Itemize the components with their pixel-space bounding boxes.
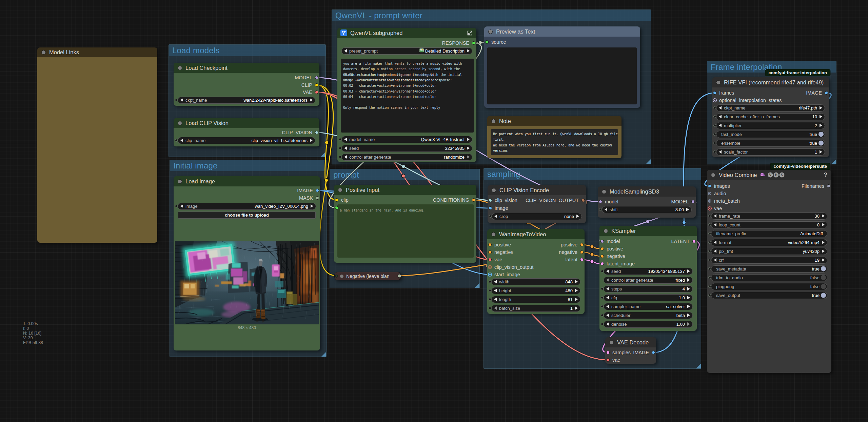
widget-shift-model_sampling[interactable]: shift8.00 xyxy=(602,206,692,213)
widget-save_output-video_combine[interactable]: save_outputtrue xyxy=(711,292,827,299)
widget-arrow-left[interactable] xyxy=(180,98,183,102)
group-title-initial_image[interactable]: Initial image xyxy=(170,160,326,171)
widget-crf-video_combine[interactable]: crf19 xyxy=(711,257,827,264)
widget-arrow-right[interactable] xyxy=(687,296,690,299)
input-socket-latent_image-ksampler[interactable] xyxy=(600,262,604,265)
widget-arrow-left[interactable] xyxy=(714,249,716,253)
widget-seed-ksampler[interactable]: seed192054346835137 xyxy=(604,268,693,275)
widget-preset_prompt-qwenvl[interactable]: preset_promptDetailed Description xyxy=(341,47,472,55)
widget-arrow-right[interactable] xyxy=(687,314,690,317)
widget-width-wan_i2v[interactable]: width848 xyxy=(491,278,580,285)
widget-arrow-left[interactable] xyxy=(344,155,347,159)
output-socket-MASK-load_image[interactable] xyxy=(316,196,319,200)
group-resize-handle[interactable] xyxy=(321,352,326,357)
node-titlebar-vae_decode[interactable]: VAE Decode xyxy=(605,337,656,347)
widget-scheduler-ksampler[interactable]: schedulerbeta xyxy=(604,312,693,319)
widget-filename_prefix-video_combine[interactable]: filename_prefixAnimateDiff xyxy=(711,230,827,237)
input-socket-clip-positive_input[interactable] xyxy=(335,198,338,202)
group-title-qwenvl_group[interactable]: QwenVL - prompt writer xyxy=(332,10,651,21)
node-titlebar-load_checkpoint[interactable]: Load Checkpoint xyxy=(174,63,319,73)
widget-arrow-left[interactable] xyxy=(606,287,609,290)
widget-arrow-right[interactable] xyxy=(820,124,822,127)
widget-arrow-right[interactable] xyxy=(575,306,578,310)
widget-arrow-right[interactable] xyxy=(687,278,690,282)
widget-arrow-left[interactable] xyxy=(719,115,722,118)
widget-arrow-right[interactable] xyxy=(822,249,825,253)
widget-scale_factor-rife_vfi[interactable]: scale_factor1 xyxy=(716,148,825,156)
widget-arrow-left[interactable] xyxy=(344,146,347,150)
widget-arrow-left[interactable] xyxy=(606,269,609,273)
input-socket-negative-wan_i2v[interactable] xyxy=(488,250,492,254)
widget-save_metadata-video_combine[interactable]: save_metadatatrue xyxy=(711,265,827,273)
node-titlebar-model_links[interactable]: Model Links xyxy=(37,47,157,57)
widget-arrow-right[interactable] xyxy=(310,139,313,142)
widget-multiplier-rife_vfi[interactable]: multiplier2 xyxy=(716,122,825,129)
input-socket-model-model_sampling[interactable] xyxy=(599,200,602,203)
widget-arrow-right[interactable] xyxy=(687,305,690,308)
widget-cfg-ksampler[interactable]: cfg1.0 xyxy=(604,294,693,301)
output-socket-positive-wan_i2v[interactable] xyxy=(580,243,584,246)
toggle-knob[interactable] xyxy=(821,266,826,272)
node-titlebar-rife_vfi[interactable]: RIFE VFI (recommend rife47 and rife49) xyxy=(712,77,829,87)
widget-pix_fmt-video_combine[interactable]: pix_fmtyuv420p xyxy=(711,248,827,255)
group-resize-handle[interactable] xyxy=(831,159,836,164)
expand-subgraph-icon[interactable] xyxy=(467,30,473,36)
widget-height-wan_i2v[interactable]: height480 xyxy=(491,287,580,294)
widget-arrow-left[interactable] xyxy=(494,280,497,283)
widget-arrow-right[interactable] xyxy=(820,115,822,118)
widget-arrow-right[interactable] xyxy=(686,208,689,211)
textarea-note[interactable]: Be patient when you first run it. QwenVL… xyxy=(491,129,618,155)
input-socket-positive-wan_i2v[interactable] xyxy=(488,243,492,246)
group-title-sampling[interactable]: sampling xyxy=(484,168,701,180)
widget-arrow-right[interactable] xyxy=(467,146,470,150)
widget-button-choose-file-to-upload[interactable]: choose file to upload xyxy=(178,212,316,219)
node-titlebar-clip_vision_encode[interactable]: CLIP Vision Encode xyxy=(488,185,586,195)
input-socket-negative-ksampler[interactable] xyxy=(600,255,604,258)
help-icon[interactable]: ? xyxy=(824,172,827,178)
textarea-qwenvl[interactable]: you are a film maker that wants to creat… xyxy=(341,59,474,133)
widget-arrow-right[interactable] xyxy=(311,204,313,208)
widget-model_name-qwenvl[interactable]: model_nameQwen3-VL-4B-Instruct xyxy=(341,136,472,143)
group-resize-handle[interactable] xyxy=(696,364,701,368)
widget-arrow-right[interactable] xyxy=(467,155,470,159)
toggle-knob[interactable] xyxy=(821,293,826,298)
widget-arrow-left[interactable] xyxy=(494,298,497,301)
widget-format-video_combine[interactable]: formatvideo/h264-mp4 xyxy=(711,239,827,246)
textarea-positive_input[interactable]: a man standing in the rain. And is danci… xyxy=(337,204,474,258)
input-socket-clip_vision_output-wan_i2v[interactable] xyxy=(488,265,492,269)
widget-ckpt_name-rife_vfi[interactable]: ckpt_namerife47.pth xyxy=(716,104,825,112)
widget-arrow-left[interactable] xyxy=(714,223,716,226)
widget-arrow-left[interactable] xyxy=(714,241,716,244)
widget-arrow-left[interactable] xyxy=(344,49,347,53)
widget-ensemble-rife_vfi[interactable]: ensembletrue xyxy=(716,140,825,147)
node-negative_input[interactable]: Negative (leave blan xyxy=(334,272,401,280)
input-socket-positive-ksampler[interactable] xyxy=(600,247,604,250)
node-titlebar-wan_i2v[interactable]: WanImageToVideo xyxy=(487,229,585,239)
widget-arrow-left[interactable] xyxy=(606,314,609,317)
widget-arrow-right[interactable] xyxy=(820,106,822,109)
widget-arrow-left[interactable] xyxy=(606,296,609,299)
collapsed-output-dot-negative_input[interactable] xyxy=(398,274,401,278)
widget-pingpong-video_combine[interactable]: pingpongfalse xyxy=(711,283,827,290)
widget-image-load_image[interactable]: imagewan_video_I2V_00014.png xyxy=(178,203,316,210)
widget-clear_cache_after_n_frames-rife_vfi[interactable]: clear_cache_after_n_frames10 xyxy=(716,113,825,120)
widget-arrow-left[interactable] xyxy=(606,278,609,282)
widget-arrow-right[interactable] xyxy=(576,215,579,218)
widget-loop_count-video_combine[interactable]: loop_count0 xyxy=(711,221,827,228)
comfyui-node-graph-canvas[interactable]: Load modelsInitial imageQwenVL - prompt … xyxy=(0,0,868,422)
widget-arrow-left[interactable] xyxy=(494,306,497,310)
widget-clip_name-load_clip_vision[interactable]: clip_nameclip_vision_vit_h.safetensors xyxy=(178,137,315,144)
widget-control-after-generate-qwenvl[interactable]: control after generaterandomize xyxy=(341,154,472,161)
widget-arrow-left[interactable] xyxy=(714,258,716,262)
collapsed-input-ring[interactable] xyxy=(335,275,338,278)
input-socket-vae-video_combine[interactable] xyxy=(708,206,712,210)
input-socket-samples-vae_decode[interactable] xyxy=(606,351,610,354)
widget-arrow-right[interactable] xyxy=(822,223,825,226)
output-socket-IMAGE-rife_vfi[interactable] xyxy=(825,91,828,95)
widget-arrow-left[interactable] xyxy=(719,124,722,127)
group-resize-handle[interactable] xyxy=(646,159,651,164)
widget-arrow-right[interactable] xyxy=(575,289,578,292)
output-socket-LATENT-ksampler[interactable] xyxy=(692,240,696,243)
widget-arrow-left[interactable] xyxy=(714,214,716,218)
widget-arrow-right[interactable] xyxy=(575,298,578,301)
